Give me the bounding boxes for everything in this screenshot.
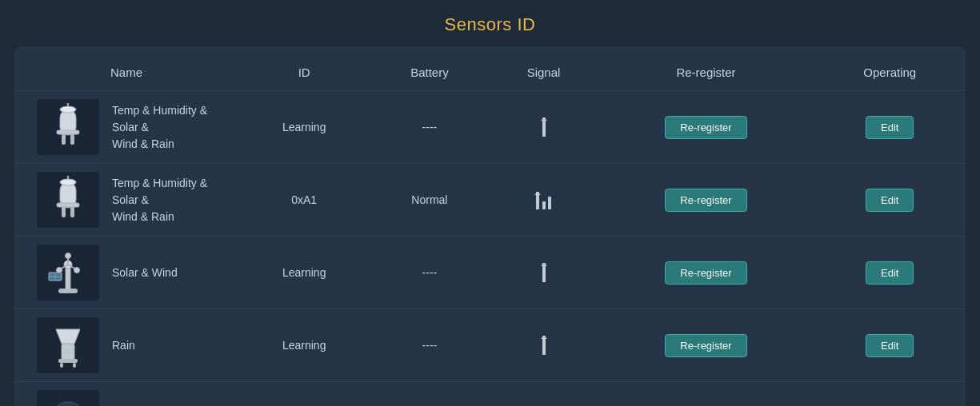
col-name: Name <box>14 54 238 91</box>
sensor-id-2: 0xA1 <box>238 164 370 237</box>
edit-button-4[interactable]: Edit <box>866 334 914 357</box>
edit-button-2[interactable]: Edit <box>866 189 914 212</box>
sensors-table: Name ID Battery Signal Re-register Opera… <box>14 54 966 406</box>
svg-point-1 <box>60 106 76 113</box>
svg-rect-37 <box>60 363 63 368</box>
sensor-id-4: Learning <box>238 309 370 382</box>
svg-point-6 <box>67 103 70 105</box>
svg-rect-21 <box>58 289 78 293</box>
sensor-reregister-cell-2: Re-register <box>598 164 814 237</box>
svg-point-27 <box>74 268 80 273</box>
reregister-button-3[interactable]: Re-register <box>665 261 746 285</box>
reregister-button-2[interactable]: Re-register <box>665 189 746 212</box>
svg-marker-34 <box>56 329 80 344</box>
svg-rect-4 <box>70 133 74 145</box>
sensor-label: Rain <box>112 337 135 354</box>
sensor-id-1: Learning <box>238 91 370 164</box>
sensor-battery-3: ---- <box>370 237 489 309</box>
sensor-name-cell-4: Rain <box>22 317 230 373</box>
edit-button-3[interactable]: Edit <box>866 261 914 285</box>
table-row <box>14 382 966 407</box>
svg-rect-11 <box>57 203 79 207</box>
svg-marker-33 <box>541 263 547 266</box>
sensor-edit-cell-2: Edit <box>814 164 966 237</box>
svg-marker-17 <box>534 192 541 195</box>
svg-point-43 <box>52 402 84 406</box>
col-id: ID <box>238 54 370 91</box>
table-row: Temp & Humidity & Solar &Wind & Rain Lea… <box>14 91 966 164</box>
svg-rect-2 <box>57 130 79 134</box>
svg-point-28 <box>57 268 62 273</box>
svg-rect-19 <box>548 197 551 209</box>
col-signal: Signal <box>489 54 598 91</box>
sensor-reregister-cell-3: Re-register <box>598 237 814 309</box>
sensor-signal-2 <box>489 164 598 237</box>
sensor-edit-cell-3: Edit <box>814 237 966 309</box>
sensor-signal-1 <box>489 91 598 164</box>
sensor-battery-1: ---- <box>370 91 489 164</box>
table-row: Solar & Wind Learning ---- Re-register E… <box>14 237 966 309</box>
sensor-signal-3 <box>489 237 598 309</box>
svg-marker-8 <box>541 117 547 121</box>
svg-rect-13 <box>70 206 74 217</box>
sensor-label: Solar & Wind <box>112 265 178 281</box>
sensor-thumb-5 <box>37 390 99 406</box>
svg-rect-12 <box>62 206 66 217</box>
svg-point-10 <box>60 179 76 185</box>
sensor-thumb-1 <box>37 99 99 155</box>
svg-point-15 <box>67 176 70 177</box>
sensor-name-cell-1: Temp & Humidity & Solar &Wind & Rain <box>22 99 230 155</box>
col-reregister: Re-register <box>598 54 814 91</box>
sensor-label: Temp & Humidity & Solar &Wind & Rain <box>112 102 230 153</box>
col-operating: Operating <box>814 54 966 91</box>
sensor-id-3: Learning <box>238 237 370 309</box>
sensor-reregister-cell-1: Re-register <box>598 91 814 164</box>
table-row: Temp & Humidity & Solar &Wind & Rain 0xA… <box>14 164 966 237</box>
sensor-battery-2: Normal <box>370 164 489 237</box>
sensor-name-cell-3: Solar & Wind <box>22 245 230 301</box>
sensor-edit-cell-4: Edit <box>814 309 966 382</box>
table-row: Rain Learning ---- Re-register Edit <box>14 309 966 382</box>
sensor-label: Temp & Humidity & Solar &Wind & Rain <box>112 175 230 225</box>
svg-rect-35 <box>62 344 74 360</box>
sensor-thumb-3 <box>37 245 99 301</box>
sensor-edit-cell-1: Edit <box>814 91 966 164</box>
col-battery: Battery <box>370 54 489 91</box>
sensor-reregister-cell-4: Re-register <box>598 309 814 382</box>
svg-point-26 <box>66 253 71 259</box>
svg-rect-36 <box>58 359 78 363</box>
sensor-battery-4: ---- <box>370 309 489 382</box>
table-container: Name ID Battery Signal Re-register Opera… <box>14 46 966 406</box>
edit-button-1[interactable]: Edit <box>866 116 914 139</box>
reregister-button-1[interactable]: Re-register <box>665 116 746 139</box>
sensor-thumb-4 <box>37 317 99 373</box>
sensor-name-cell-2: Temp & Humidity & Solar &Wind & Rain <box>22 172 230 228</box>
svg-rect-18 <box>542 201 546 209</box>
sensor-signal-4 <box>489 309 598 382</box>
reregister-button-4[interactable]: Re-register <box>665 334 746 357</box>
table-header-row: Name ID Battery Signal Re-register Opera… <box>14 54 966 91</box>
sensor-name-cell-5 <box>22 390 230 406</box>
svg-marker-42 <box>541 336 547 339</box>
sensor-thumb-2 <box>37 172 99 228</box>
page-title: Sensors ID <box>0 0 980 46</box>
svg-rect-38 <box>73 363 76 368</box>
svg-rect-3 <box>62 133 66 145</box>
